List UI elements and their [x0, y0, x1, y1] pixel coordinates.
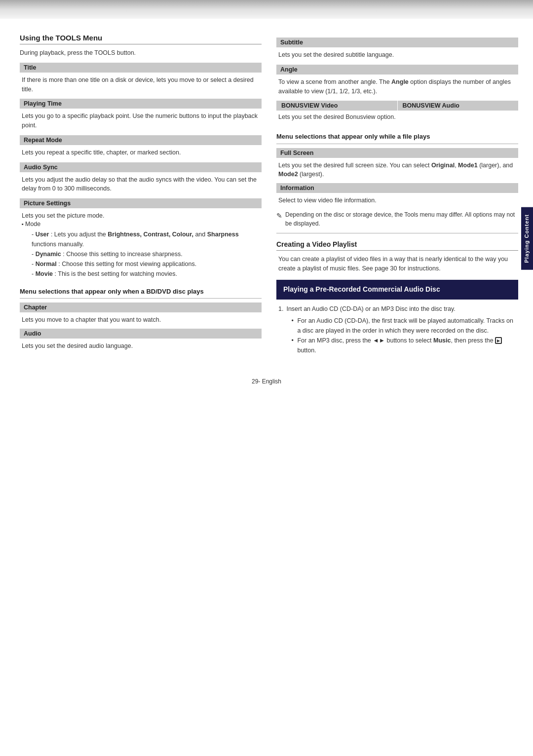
footer-text: - English — [258, 378, 281, 385]
bonusview-block: BONUSVIEW Video BONUSVIEW Audio Lets you… — [276, 101, 518, 124]
menu-file-block: Menu selections that appear only while a… — [276, 132, 518, 205]
playing-time-content: Lets you go to a specific playback point… — [20, 112, 262, 130]
left-column: Using the TOOLS Menu During playback, pr… — [20, 34, 262, 358]
step-1-bullets: For an Audio CD (CD-DA), the first track… — [286, 316, 518, 355]
bonusview-audio-label: BONUSVIEW Audio — [398, 101, 519, 111]
step-1-text: Insert an Audio CD (CD-DA) or an MP3 Dis… — [286, 305, 455, 312]
fullscreen-label: Full Screen — [276, 148, 518, 158]
repeat-mode-content: Lets you repeat a specific title, chapte… — [20, 148, 262, 157]
audio-sync-block: Audio Sync Lets you adjust the audio del… — [20, 162, 262, 194]
bonusview-row: BONUSVIEW Video BONUSVIEW Audio — [276, 101, 518, 111]
angle-content: To view a scene from another angle. The … — [276, 77, 518, 96]
mode-normal: Normal : Choose this setting for most vi… — [32, 259, 260, 269]
divider — [276, 233, 518, 233]
pre-recorded-box: Playing a Pre-Recorded Commercial Audio … — [276, 280, 518, 300]
step-1-num: 1. — [278, 304, 283, 355]
bonusview-content: Lets you set the desired Bonusview optio… — [276, 111, 518, 124]
audio-sync-content: Lets you adjust the audio delay so that … — [20, 175, 262, 194]
main-content: Using the TOOLS Menu During playback, pr… — [0, 19, 533, 358]
note-text: Depending on the disc or storage device,… — [285, 210, 518, 228]
chapter-label: Chapter — [20, 302, 262, 312]
audio-label: Audio — [20, 329, 262, 339]
title-content: If there is more than one title on a dis… — [20, 76, 262, 94]
subtitle-label: Subtitle — [276, 38, 518, 47]
playing-time-block: Playing Time Lets you go to a specific p… — [20, 99, 262, 130]
subtitle-block: Subtitle Lets you set the desired subtit… — [276, 38, 518, 60]
chapter-content: Lets you move to a chapter that you want… — [20, 315, 262, 325]
video-playlist-block: Creating a Video Playlist You can create… — [276, 240, 518, 273]
menu-bddvd-heading: Menu selections that appear only when a … — [20, 287, 262, 299]
picture-settings-bullets: Mode User : Lets you adjust the Brightne… — [20, 221, 262, 279]
bullet-cdda: For an Audio CD (CD-DA), the first track… — [291, 316, 518, 336]
mode-bullet-title: Mode — [22, 221, 260, 227]
angle-block: Angle To view a scene from another angle… — [276, 65, 518, 96]
picture-settings-block: Picture Settings Lets you set the pictur… — [20, 198, 262, 279]
subtitle-content: Lets you set the desired subtitle langua… — [276, 50, 518, 60]
bullet-mp3: For an MP3 disc, press the ◄► buttons to… — [291, 336, 518, 355]
right-column: Subtitle Lets you set the desired subtit… — [276, 34, 518, 358]
title-label: Title — [20, 63, 262, 73]
section-desc: During playback, press the TOOLS button. — [20, 48, 262, 58]
mode-dynamic: Dynamic : Choose this setting to increas… — [32, 249, 260, 259]
information-label: Information — [276, 183, 518, 193]
repeat-mode-block: Repeat Mode Lets you repeat a specific t… — [20, 135, 262, 157]
step-1: 1. Insert an Audio CD (CD-DA) or an MP3 … — [278, 304, 518, 355]
picture-settings-intro: Lets you set the picture mode. — [20, 211, 262, 221]
note-block: ✎ Depending on the disc or storage devic… — [276, 210, 518, 228]
audio-sync-label: Audio Sync — [20, 162, 262, 172]
picture-settings-label: Picture Settings — [20, 198, 262, 208]
page-num: 29 — [252, 378, 258, 385]
mode-sub-list: User : Lets you adjust the Brightness, C… — [22, 229, 260, 279]
menu-bddvd-block: Menu selections that appear only when a … — [20, 287, 262, 351]
video-playlist-title: Creating a Video Playlist — [276, 240, 518, 251]
bonusview-video-label: BONUSVIEW Video — [276, 101, 398, 111]
playing-time-label: Playing Time — [20, 99, 262, 109]
information-content: Select to view video file information. — [276, 196, 518, 205]
footer: 29- English — [0, 368, 533, 392]
mode-user: User : Lets you adjust the Brightness, C… — [32, 229, 260, 249]
disc-icon — [495, 337, 502, 344]
menu-file-heading: Menu selections that appear only while a… — [276, 132, 518, 144]
title-block: Title If there is more than one title on… — [20, 63, 262, 94]
step-1-content: Insert an Audio CD (CD-DA) or an MP3 Dis… — [286, 304, 518, 355]
side-tab: Playing Content — [521, 207, 533, 270]
video-playlist-content: You can create a playlist of video files… — [276, 255, 518, 273]
repeat-mode-label: Repeat Mode — [20, 135, 262, 145]
note-icon: ✎ — [276, 211, 282, 221]
top-bar — [0, 0, 533, 19]
section-title: Using the TOOLS Menu — [20, 34, 262, 44]
mode-movie: Movie : This is the best setting for wat… — [32, 269, 260, 279]
angle-label: Angle — [276, 65, 518, 75]
pre-recorded-title: Playing a Pre-Recorded Commercial Audio … — [283, 285, 511, 295]
fullscreen-content: Lets you set the desired full screen siz… — [276, 161, 518, 180]
audio-content: Lets you set the desired audio language. — [20, 341, 262, 351]
pre-recorded-steps: 1. Insert an Audio CD (CD-DA) or an MP3 … — [276, 304, 518, 355]
